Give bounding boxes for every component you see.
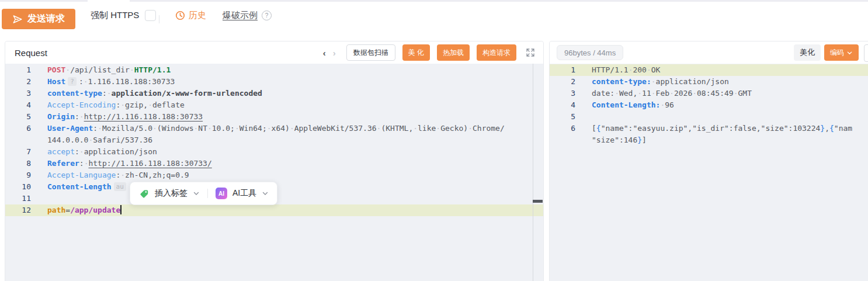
- ai-tools-button[interactable]: AI工具: [232, 188, 256, 199]
- context-toolbar-divider: [207, 189, 208, 198]
- code-line[interactable]: 2Host?:·1.116.118.188:30733: [5, 76, 543, 88]
- code-line[interactable]: 4Accept-Encoding:·gzip,·deflate: [5, 99, 543, 111]
- send-icon: [12, 14, 23, 25]
- line-number: 2: [5, 76, 31, 88]
- code-line[interactable]: 9Accept-Language:·zh-CN,zh;q=0.9: [5, 169, 543, 181]
- line-number: 6: [5, 123, 31, 134]
- request-editor[interactable]: 1POST·/api/list_dir·HTTP/1.12Host?:·1.11…: [5, 64, 543, 281]
- line-number: 9: [5, 169, 31, 181]
- tab-strip: [0, 0, 868, 2]
- send-request-label: 发送请求: [27, 13, 65, 25]
- construct-request-button[interactable]: 构造请求: [477, 44, 516, 61]
- text-cursor: [120, 205, 121, 214]
- line-number: 10: [5, 181, 31, 193]
- force-https-checkbox[interactable]: [145, 10, 156, 21]
- fullscreen-icon[interactable]: [526, 48, 535, 57]
- response-panel: 96bytes / 44ms 美化 编码 1HTTP/1.1·200·OK2co…: [549, 41, 868, 281]
- history-button[interactable]: 历史: [175, 10, 206, 21]
- code-line[interactable]: 3date:·Wed,·11·Feb·2026·08:45:49·GMT: [550, 88, 868, 99]
- request-panel-header: Request ‹ › 数据包扫描 美 化 热加载 构造请求: [5, 41, 543, 64]
- ai-icon: AI: [216, 188, 227, 199]
- hot-reload-button[interactable]: 热加载: [437, 44, 470, 61]
- toolbar-divider: [159, 15, 159, 23]
- insert-tag-button[interactable]: 插入标签: [155, 188, 188, 199]
- help-icon[interactable]: ?: [262, 11, 272, 20]
- send-request-button[interactable]: 发送请求: [2, 9, 75, 29]
- cursor-position-marker: [533, 200, 543, 203]
- line-number: [5, 134, 31, 146]
- code-line[interactable]: 2content-type:·application/json: [550, 76, 868, 88]
- blast-example-group: 爆破示例 ?: [223, 10, 272, 21]
- history-next-icon[interactable]: ›: [333, 48, 336, 58]
- response-panel-header: 96bytes / 44ms 美化 编码: [550, 41, 868, 64]
- line-number: 6: [550, 123, 575, 134]
- line-number: 1: [550, 64, 575, 76]
- force-https-group: 强制 HTTPS: [91, 10, 156, 21]
- partial-button[interactable]: [864, 44, 868, 62]
- code-line[interactable]: 4Content-Length:·96: [550, 99, 868, 111]
- history-label: 历史: [189, 10, 206, 21]
- response-stats-badge: 96bytes / 44ms: [557, 45, 623, 60]
- code-line[interactable]: 12path=/app/update: [5, 204, 543, 216]
- request-panel-title: Request: [15, 48, 47, 58]
- chevron-down-icon[interactable]: [262, 190, 269, 197]
- active-tab-gap: [88, 0, 130, 2]
- code-line[interactable]: 1POST·/api/list_dir·HTTP/1.1: [5, 64, 543, 76]
- line-number: 3: [5, 88, 31, 99]
- line-number: 3: [550, 88, 575, 99]
- line-number: 5: [550, 111, 575, 123]
- code-line[interactable]: 6User-Agent:·Mozilla/5.0·(Windows·NT·10.…: [5, 123, 543, 134]
- request-header-actions: ‹ › 数据包扫描 美 化 热加载 构造请求: [323, 44, 535, 61]
- context-toolbar: 插入标签 AI AI工具: [130, 182, 277, 205]
- line-number: 1: [5, 64, 31, 76]
- code-line[interactable]: 3content-type:·application/x-www-form-ur…: [5, 88, 543, 99]
- tag-icon: [138, 188, 150, 199]
- line-number: [550, 134, 575, 146]
- code-line[interactable]: 5Origin:·http://1.116.118.188:30733: [5, 111, 543, 123]
- blast-example-link[interactable]: 爆破示例: [223, 10, 258, 21]
- code-line[interactable]: 6[{"name":"easyuu.zip","is_dir":false,"s…: [550, 123, 868, 134]
- clock-icon: [175, 11, 185, 20]
- line-number: 7: [5, 146, 31, 158]
- line-number: 2: [550, 76, 575, 88]
- line-number: 4: [5, 99, 31, 111]
- request-panel: Request ‹ › 数据包扫描 美 化 热加载 构造请求 1POST·/ap…: [5, 41, 544, 281]
- line-number: 11: [5, 193, 31, 204]
- force-https-label: 强制 HTTPS: [91, 10, 139, 21]
- encode-label: 编码: [830, 48, 844, 58]
- code-line[interactable]: 144.0.0.0·Safari/537.36: [5, 134, 543, 146]
- overview-ruler: [533, 64, 533, 281]
- code-line[interactable]: "size":146}]: [550, 134, 868, 146]
- chevron-down-icon: [846, 50, 853, 56]
- response-editor[interactable]: 1HTTP/1.1·200·OK2content-type:·applicati…: [550, 64, 868, 281]
- response-beautify-button[interactable]: 美化: [794, 44, 821, 61]
- history-prev-icon[interactable]: ‹: [323, 48, 326, 58]
- code-line[interactable]: 1HTTP/1.1·200·OK: [550, 64, 868, 76]
- line-number: 8: [5, 158, 31, 169]
- line-number: 4: [550, 99, 575, 111]
- encode-dropdown-button[interactable]: 编码: [824, 44, 859, 61]
- code-line[interactable]: 8Referer:·http://1.116.118.188:30733/: [5, 158, 543, 169]
- code-line[interactable]: 7accept:·application/json: [5, 146, 543, 158]
- line-number: 12: [5, 204, 31, 216]
- packet-scan-button[interactable]: 数据包扫描: [346, 44, 395, 61]
- chevron-down-icon[interactable]: [193, 190, 200, 197]
- code-line[interactable]: 5: [550, 111, 868, 123]
- beautify-button[interactable]: 美 化: [402, 44, 430, 61]
- line-number: 5: [5, 111, 31, 123]
